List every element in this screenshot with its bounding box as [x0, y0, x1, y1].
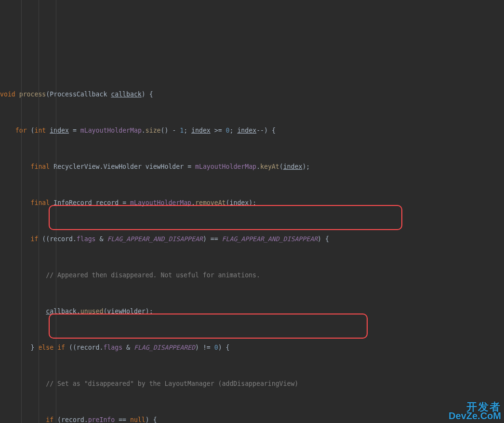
code-line: // Set as "disappeared" by the LayoutMan… [0, 378, 504, 390]
code-line: } else if ((record.flags & FLAG_DISAPPEA… [0, 341, 504, 354]
code-line: final RecyclerView.ViewHolder viewHolder… [0, 161, 504, 173]
code-line: if ((record.flags & FLAG_APPEAR_AND_DISA… [0, 233, 504, 245]
comment: // Appeared then disappeared. Not useful… [46, 272, 260, 279]
comment: // Set as "disappeared" by the LayoutMan… [46, 380, 298, 387]
code-line: if (record.preInfo == null) { [0, 414, 504, 423]
keyword: void [0, 91, 15, 98]
code-line: for (int index = mLayoutHolderMap.size()… [0, 124, 504, 136]
code-line: void process(ProcessCallback callback) { [0, 88, 504, 100]
code-editor[interactable]: void process(ProcessCallback callback) {… [0, 0, 504, 423]
code-line: callback.unused(viewHolder); [0, 305, 504, 317]
param: callback [111, 91, 142, 98]
method-name: process [19, 91, 46, 98]
code-line: // Appeared then disappeared. Not useful… [0, 269, 504, 281]
type: ProcessCallback [50, 91, 107, 98]
code-line: final InfoRecord record = mLayoutHolderM… [0, 197, 504, 209]
